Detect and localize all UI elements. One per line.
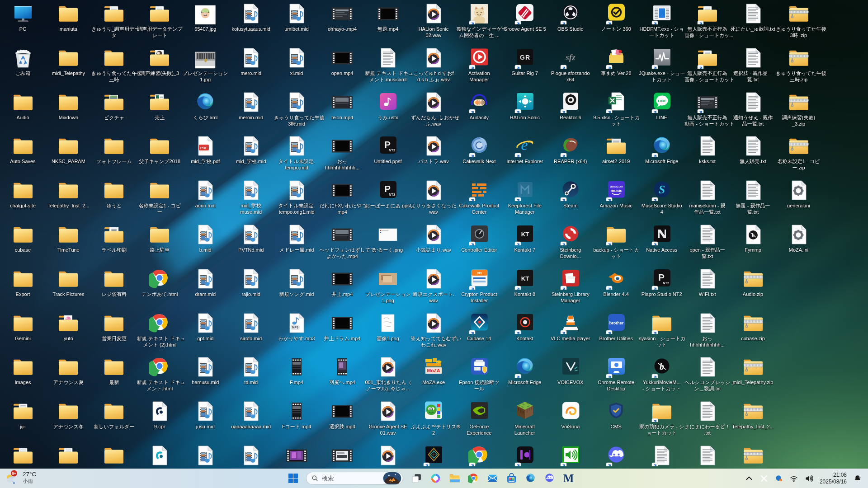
svg-text:KT: KT	[521, 275, 529, 282]
svg-text:PDF: PDF	[200, 146, 208, 150]
svg-text:sfz: sfz	[565, 52, 576, 62]
svg-text:music: music	[610, 188, 622, 193]
svg-text:NT2: NT2	[663, 281, 669, 285]
svg-text:KT: KT	[521, 231, 529, 238]
svg-text:amazon: amazon	[610, 184, 623, 188]
svg-text:brother: brother	[609, 320, 623, 325]
svg-text:NT2: NT2	[389, 148, 395, 152]
svg-text:9+: 9+	[12, 471, 16, 476]
svg-text:LINE: LINE	[658, 99, 666, 103]
svg-text:GR: GR	[520, 54, 530, 61]
svg-text:MP3: MP3	[292, 326, 298, 329]
svg-text:z: z	[859, 475, 861, 478]
svg-text:e: e	[521, 136, 528, 153]
svg-text:NT2: NT2	[389, 192, 395, 197]
svg-text:S: S	[658, 183, 665, 196]
svg-text:MoZA: MoZA	[427, 368, 440, 373]
svg-text:CPI: CPI	[477, 271, 482, 274]
